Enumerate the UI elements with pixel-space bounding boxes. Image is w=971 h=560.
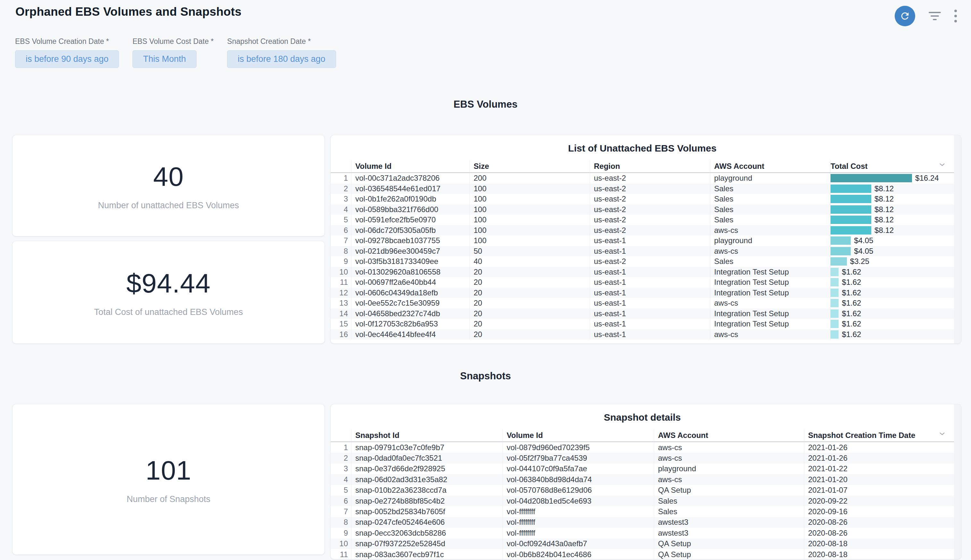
table-scrollbar[interactable] (954, 135, 961, 343)
cost-value: $3.25 (850, 257, 869, 266)
table-row: 2vol-036548544e61ed017100us-east-2Sales$… (331, 183, 954, 194)
cell-size: 100 (470, 225, 590, 236)
row-number: 15 (331, 319, 351, 329)
cell-size: 20 (470, 267, 590, 277)
filter-value-chip[interactable]: is before 90 days ago (15, 50, 119, 68)
row-number: 13 (331, 298, 351, 308)
cell-volume-id: vol-0f127053c82b6a953 (351, 319, 470, 329)
table-row: 7vol-09278bcaeb1037755100us-east-1playgr… (331, 235, 954, 246)
ebs-volumes-section: 40 Number of unattached EBS Volumes $94.… (0, 135, 971, 343)
cell-aws-account: Integration Test Setup (710, 319, 830, 329)
volumes-table-body: 1vol-00c371a2adc378206200us-east-2playgr… (331, 173, 961, 340)
snapshot-table-column: Snapshot details Snapshot Id Volume Id A… (331, 404, 961, 559)
row-number: 14 (331, 308, 351, 319)
cell-aws-account: Integration Test Setup (710, 267, 830, 277)
cell-volume-id: vol-00697ff2a6e40bb44 (351, 277, 470, 288)
row-number: 12 (331, 288, 351, 298)
cell-aws-account: aws-cs (710, 329, 830, 340)
row-number: 9 (331, 528, 351, 538)
filter-snapshot-creation-date: Snapshot Creation Date * is before 180 d… (227, 37, 336, 68)
column-header-size[interactable]: Size (470, 160, 590, 172)
more-options-button[interactable] (954, 6, 957, 26)
cell-region: us-east-1 (590, 319, 710, 329)
filter-button[interactable] (929, 6, 941, 26)
column-header-total-cost[interactable]: Total Cost (830, 160, 954, 172)
table-row: 9snap-0ecc32063dcb58286vol-ffffffffawste… (331, 528, 954, 538)
cell-aws-account: aws-cs (654, 474, 804, 485)
cell-total-cost: $8.12 (830, 194, 954, 204)
snapshot-details-table-card: Snapshot details Snapshot Id Volume Id A… (331, 404, 961, 559)
cell-region: us-east-2 (590, 194, 710, 204)
refresh-button[interactable] (895, 6, 915, 26)
cell-volume-id: vol-0570768d8e6129d06 (503, 485, 654, 496)
column-header-volume-id[interactable]: Volume Id (351, 160, 470, 172)
cell-size: 40 (470, 256, 590, 267)
column-header-region[interactable]: Region (590, 160, 710, 172)
table-row: 10snap-07f9372252e52845dvol-0cf0924d43a0… (331, 538, 954, 549)
cell-snapshot-creation-date: 2021-01-22 (804, 463, 954, 474)
cell-size: 20 (470, 277, 590, 288)
cell-total-cost: $8.12 (830, 204, 954, 215)
cell-aws-account: aws-cs (710, 246, 830, 257)
table-row: 3vol-0b1fe262a0f0190db100us-east-2Sales$… (331, 194, 954, 204)
cell-size: 100 (470, 215, 590, 225)
chevron-down-icon[interactable] (938, 160, 946, 170)
cost-bar (831, 226, 871, 235)
cell-size: 20 (470, 308, 590, 319)
filter-value-chip[interactable]: is before 180 days ago (227, 50, 336, 68)
cell-aws-account: Sales (710, 215, 830, 225)
table-row: 4snap-06d02ad3d31e35a82vol-063840b8d98d4… (331, 474, 954, 485)
row-number: 2 (331, 453, 351, 463)
row-number: 10 (331, 267, 351, 277)
table-row: 9vol-03f5b3181733409ee40us-east-2Sales$3… (331, 256, 954, 267)
cell-snapshot-id: snap-0e37d66de2f928925 (351, 463, 503, 474)
filter-label: EBS Volume Creation Date * (15, 37, 119, 46)
cost-bar (831, 247, 851, 255)
cost-bar (831, 299, 839, 307)
row-number: 3 (331, 194, 351, 204)
cell-aws-account: Integration Test Setup (710, 288, 830, 298)
cell-volume-id: vol-021db96ee300459c7 (351, 246, 470, 257)
cell-snapshot-creation-date: 2020-09-22 (804, 496, 954, 506)
cell-total-cost: $8.12 (830, 215, 954, 225)
cell-aws-account: QA Setup (654, 549, 804, 559)
column-header-snapshot-creation-time-date[interactable]: Snapshot Creation Time Date (804, 429, 954, 442)
column-header-snapshot-id[interactable]: Snapshot Id (351, 429, 503, 442)
cell-volume-id: vol-0589bba321f766d00 (351, 204, 470, 215)
cost-value: $16.24 (915, 173, 939, 183)
filter-ebs-volume-cost-date: EBS Volume Cost Date * This Month (132, 37, 214, 68)
ebs-stats-column: 40 Number of unattached EBS Volumes $94.… (12, 135, 324, 343)
cell-region: us-east-1 (590, 246, 710, 257)
table-row: 6snap-0e2724b88bf85c4b2vol-04d208b1ed5c4… (331, 496, 954, 506)
cost-bar (831, 216, 871, 224)
table-row: 14vol-04658bed2327c74db20us-east-1Integr… (331, 308, 954, 319)
cell-volume-id: vol-0b6b824b041ec4686 (503, 549, 654, 559)
cell-volume-id: vol-013029620a8106558 (351, 267, 470, 277)
cost-bar (831, 278, 839, 287)
cell-region: us-east-2 (590, 183, 710, 194)
cell-region: us-east-2 (590, 204, 710, 215)
cell-total-cost: $1.62 (830, 319, 954, 329)
table-scrollbar[interactable] (954, 404, 961, 559)
cell-region: us-east-1 (590, 329, 710, 340)
filter-value-chip[interactable]: This Month (132, 50, 197, 68)
row-number: 5 (331, 485, 351, 496)
cell-region: us-east-1 (590, 298, 710, 308)
cell-aws-account: Sales (710, 194, 830, 204)
cell-volume-id: vol-05f2f79ba77ca4539 (503, 453, 654, 463)
chevron-down-icon[interactable] (938, 429, 946, 440)
cell-aws-account: Sales (710, 256, 830, 267)
column-header-aws-account[interactable]: AWS Account (710, 160, 830, 172)
stat-card-unattached-volumes: 40 Number of unattached EBS Volumes (12, 135, 324, 236)
cell-volume-id: vol-0b1fe262a0f0190db (351, 194, 470, 204)
cost-bar (831, 205, 871, 214)
column-header-aws-account[interactable]: AWS Account (654, 429, 804, 442)
row-number: 11 (331, 277, 351, 288)
cost-value: $8.12 (874, 215, 894, 224)
cell-size: 100 (470, 204, 590, 215)
cell-aws-account: awstest3 (654, 528, 804, 538)
row-number-header (331, 160, 351, 172)
row-number: 1 (331, 442, 351, 453)
table-title: List of Unattached EBS Volumes (331, 143, 954, 154)
column-header-volume-id[interactable]: Volume Id (503, 429, 654, 442)
